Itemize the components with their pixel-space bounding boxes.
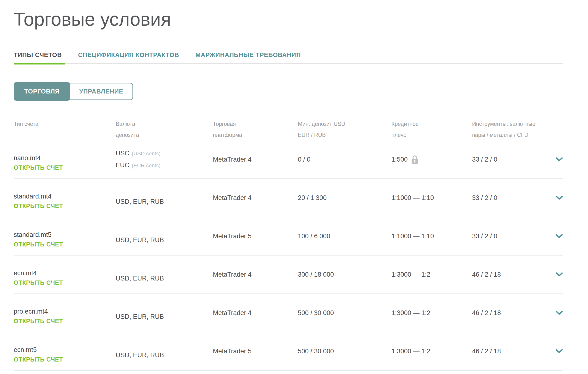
min-deposit: 500 / 30 000 xyxy=(298,348,391,355)
account-type: standard.mt5 xyxy=(14,230,116,239)
toggle-management[interactable]: УПРАВЛЕНИЕ xyxy=(67,83,133,100)
min-deposit: 300 / 18 000 xyxy=(298,271,391,278)
trading-platform: MetaTrader 5 xyxy=(213,348,298,355)
chevron-down-icon[interactable] xyxy=(555,234,563,239)
table-row: standard.mt4 ОТКРЫТЬ СЧЕТ USD, EUR, RUB … xyxy=(14,179,563,217)
header-min-deposit: Мин. депозит USD, EUR / RUB xyxy=(298,118,391,141)
open-account-link[interactable]: ОТКРЫТЬ СЧЕТ xyxy=(14,202,63,210)
leverage: 1:500 xyxy=(391,155,472,164)
instruments-count: 33 / 2 / 0 xyxy=(472,194,550,202)
tab-account-types[interactable]: ТИПЫ СЧЕТОВ xyxy=(14,51,62,59)
chevron-down-icon[interactable] xyxy=(555,195,563,200)
tab-contract-specs[interactable]: СПЕЦИФИКАЦИЯ КОНТРАКТОВ xyxy=(78,51,179,59)
view-toggle: ТОРГОВЛЯ УПРАВЛЕНИЕ xyxy=(14,82,563,101)
deposit-currency: USD, EUR, RUB xyxy=(116,236,213,244)
account-type: ecn.mt4 xyxy=(14,269,116,277)
table-row: ecn.mt4 ОТКРЫТЬ СЧЕТ USD, EUR, RUB MetaT… xyxy=(14,256,563,294)
deposit-currency: USD, EUR, RUB xyxy=(116,313,213,321)
active-tab-indicator xyxy=(14,63,65,64)
deposit-currency: USC(USD cents) EUC(EUR cents) xyxy=(116,147,213,172)
instruments-count: 46 / 2 / 18 xyxy=(472,309,550,317)
open-account-link[interactable]: ОТКРЫТЬ СЧЕТ xyxy=(14,163,63,172)
deposit-currency: USD, EUR, RUB xyxy=(116,275,213,282)
account-type: standard.mt4 xyxy=(14,192,116,201)
open-account-link[interactable]: ОТКРЫТЬ СЧЕТ xyxy=(14,278,63,287)
chevron-down-icon[interactable] xyxy=(555,311,563,315)
trading-conditions-page: Торговые условия ТИПЫ СЧЕТОВ СПЕЦИФИКАЦИ… xyxy=(14,7,563,371)
trading-platform: MetaTrader 4 xyxy=(213,271,298,278)
page-title: Торговые условия xyxy=(14,7,563,31)
account-type: nano.mt4 xyxy=(14,154,116,162)
account-type: pro.ecn.mt4 xyxy=(14,307,116,316)
chevron-down-icon[interactable] xyxy=(555,349,563,354)
instruments-count: 33 / 2 / 0 xyxy=(472,232,550,240)
leverage: 1:1000 — 1:10 xyxy=(391,194,472,202)
table-header: Тип счета Валюта депозита Торговая платф… xyxy=(14,118,563,141)
table-row: ecn.mt5 ОТКРЫТЬ СЧЕТ USD, EUR, RUB MetaT… xyxy=(14,332,563,371)
deposit-currency: USD, EUR, RUB xyxy=(116,352,213,359)
open-account-link[interactable]: ОТКРЫТЬ СЧЕТ xyxy=(14,355,63,364)
leverage: 1:3000 — 1:2 xyxy=(391,348,472,355)
header-platform: Торговая платформа xyxy=(213,118,298,141)
header-account-type: Тип счета xyxy=(14,118,116,141)
leverage: 1:3000 — 1:2 xyxy=(391,309,472,317)
toggle-trading[interactable]: ТОРГОВЛЯ xyxy=(14,82,70,101)
lock-icon xyxy=(412,155,418,164)
min-deposit: 100 / 6 000 xyxy=(298,232,391,240)
min-deposit: 0 / 0 xyxy=(298,156,391,163)
header-instruments: Инструменты: валютные пары / металлы / C… xyxy=(472,118,550,141)
instruments-count: 46 / 2 / 18 xyxy=(472,348,550,355)
trading-platform: MetaTrader 4 xyxy=(213,309,298,317)
chevron-down-icon[interactable] xyxy=(555,272,563,277)
trading-platform: MetaTrader 5 xyxy=(213,232,298,240)
min-deposit: 20 / 1 300 xyxy=(298,194,391,202)
deposit-currency: USD, EUR, RUB xyxy=(116,198,213,205)
section-tabs: ТИПЫ СЧЕТОВ СПЕЦИФИКАЦИЯ КОНТРАКТОВ МАРЖ… xyxy=(14,51,563,59)
tabs-underline xyxy=(14,63,563,64)
leverage: 1:3000 — 1:2 xyxy=(391,271,472,278)
tab-margin-requirements[interactable]: МАРЖИНАЛЬНЫЕ ТРЕБОВАНИЯ xyxy=(195,51,301,59)
instruments-count: 33 / 2 / 0 xyxy=(472,156,550,163)
header-leverage: Кредитное плечо xyxy=(391,118,472,141)
table-row: nano.mt4 ОТКРЫТЬ СЧЕТ USC(USD cents) EUC… xyxy=(14,141,563,179)
trading-platform: MetaTrader 4 xyxy=(213,194,298,202)
header-deposit-currency: Валюта депозита xyxy=(116,118,213,141)
table-row: standard.mt5 ОТКРЫТЬ СЧЕТ USD, EUR, RUB … xyxy=(14,217,563,256)
leverage: 1:1000 — 1:10 xyxy=(391,232,472,240)
table-row: pro.ecn.mt4 ОТКРЫТЬ СЧЕТ USD, EUR, RUB M… xyxy=(14,294,563,332)
tabs-underline-track xyxy=(14,63,563,64)
trading-platform: MetaTrader 4 xyxy=(213,156,298,163)
min-deposit: 500 / 30 000 xyxy=(298,309,391,317)
account-type: ecn.mt5 xyxy=(14,345,116,354)
open-account-link[interactable]: ОТКРЫТЬ СЧЕТ xyxy=(14,240,63,249)
instruments-count: 46 / 2 / 18 xyxy=(472,271,550,278)
chevron-down-icon[interactable] xyxy=(555,157,563,162)
open-account-link[interactable]: ОТКРЫТЬ СЧЕТ xyxy=(14,317,63,325)
